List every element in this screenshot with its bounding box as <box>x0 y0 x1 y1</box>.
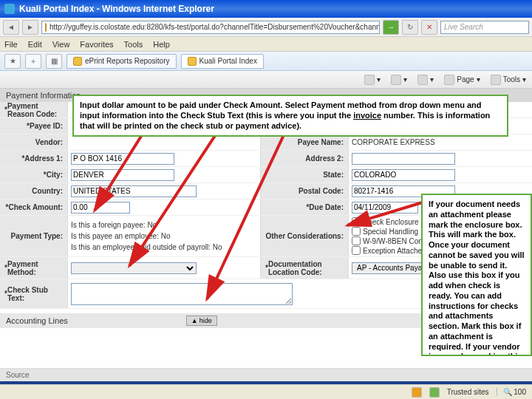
source-label: Source <box>6 371 30 379</box>
forward-button[interactable]: ► <box>22 20 38 35</box>
print-icon <box>417 75 428 85</box>
add-favorite-button[interactable]: ＋ <box>25 54 41 69</box>
city-input[interactable] <box>71 169 174 181</box>
tab-list-button[interactable]: ▦ <box>46 54 62 69</box>
stop-button[interactable]: ✕ <box>421 20 437 35</box>
search-box[interactable]: Live Search <box>440 21 529 34</box>
menu-edit[interactable]: Edit <box>28 40 42 49</box>
label-check-stub: Check Stub Text: <box>0 279 68 308</box>
hide-button[interactable]: ▲ hide <box>186 316 217 326</box>
special-handling-checkbox[interactable] <box>352 227 361 236</box>
source-bar: Source <box>0 368 532 381</box>
label-reason-code: Payment Reason Code: <box>0 102 68 117</box>
tab-icon <box>73 57 82 66</box>
due-date-input[interactable] <box>352 202 418 214</box>
home-icon <box>364 75 375 85</box>
foreign-payee-text: Is this a foreign payee: No <box>71 219 157 231</box>
ie-icon <box>4 4 15 14</box>
section-title: Payment Information <box>6 91 81 100</box>
exception-label: Exception Attached <box>363 247 426 255</box>
label-address2: Address 2: <box>260 151 349 166</box>
tools-menu[interactable]: Tools ▾ <box>491 75 526 85</box>
address1-input[interactable] <box>71 153 174 165</box>
security-icon[interactable] <box>429 387 440 398</box>
label-country: Country: <box>0 183 68 199</box>
home-button[interactable]: ▾ <box>364 75 381 85</box>
tab-bar: ★ ＋ ▦ ePrint Reports Repository Kuali Po… <box>0 52 532 71</box>
tab-eprint[interactable]: ePrint Reports Repository <box>66 54 177 69</box>
label-postal: Postal Code: <box>260 183 349 199</box>
menu-help[interactable]: Help <box>153 40 170 49</box>
annotation-top: Input dollar amount to be paid under Che… <box>72 95 508 137</box>
payment-method-select[interactable] <box>71 262 197 274</box>
label-state: State: <box>260 167 349 183</box>
special-handling-label: Special Handling <box>363 228 418 236</box>
tab-kuali[interactable]: Kuali Portal Index <box>181 54 264 69</box>
address-bar[interactable]: http://yguffey.is.colostate.edu:8280/kfs… <box>41 21 380 34</box>
annotation-right: If your document needs an attachment ple… <box>421 194 532 356</box>
check-amount-input[interactable] <box>71 202 130 214</box>
status-bar: Trusted sites 🔍 100 <box>0 384 532 399</box>
page-icon <box>444 75 454 85</box>
window-title: Kuali Portal Index - Windows Internet Ex… <box>19 4 214 14</box>
employee-payee-text: Is this payee an employee: No <box>71 231 171 242</box>
label-vendor: Vendor: <box>0 134 68 150</box>
page-icon <box>45 23 47 32</box>
refresh-button[interactable]: ↻ <box>402 20 418 35</box>
outside-payroll-text: Is this an employee paid outside of payr… <box>71 242 222 253</box>
zoom-control[interactable]: 🔍 100 <box>497 388 526 396</box>
accounting-title: Accounting Lines <box>6 316 68 325</box>
label-doc-location: Documentation Location Code: <box>260 257 349 279</box>
zone-label: Trusted sites <box>447 388 489 396</box>
country-input[interactable] <box>71 185 197 197</box>
check-enclosure-checkbox[interactable] <box>352 217 361 226</box>
tools-icon <box>491 75 501 85</box>
tab-label: Kuali Portal Index <box>200 57 257 65</box>
menu-favorites[interactable]: Favorites <box>80 40 113 49</box>
url-text: http://yguffey.is.colostate.edu:8280/kfs… <box>50 23 380 31</box>
command-bar: ▾ ▾ ▾ Page ▾ Tools ▾ <box>0 71 532 89</box>
label-check-amount: Check Amount: <box>0 200 68 215</box>
nav-toolbar: ◄ ► http://yguffey.is.colostate.edu:8280… <box>0 18 532 37</box>
tab-icon <box>188 57 197 66</box>
menu-file[interactable]: File <box>4 40 18 49</box>
label-address1: Address 1: <box>0 151 68 166</box>
popup-blocked-icon[interactable] <box>412 387 422 398</box>
payee-name-value: CORPORATE EXPRESS <box>352 137 435 148</box>
menu-view[interactable]: View <box>52 40 70 49</box>
label-due-date: Due Date: <box>260 200 349 215</box>
favorites-center-button[interactable]: ★ <box>4 54 21 69</box>
feeds-icon <box>391 75 401 85</box>
feeds-button[interactable]: ▾ <box>391 75 407 85</box>
menu-bar: File Edit View Favorites Tools Help <box>0 37 532 52</box>
label-payee-id: Payee ID: <box>0 118 68 134</box>
back-button[interactable]: ◄ <box>3 20 19 35</box>
label-other-considerations: Other Considerations: <box>260 216 349 256</box>
w9-checkbox[interactable] <box>352 236 361 245</box>
page-menu[interactable]: Page ▾ <box>444 75 480 85</box>
exception-checkbox[interactable] <box>352 246 361 255</box>
window-titlebar: Kuali Portal Index - Windows Internet Ex… <box>0 0 532 18</box>
search-placeholder: Live Search <box>444 23 483 31</box>
go-button[interactable]: → <box>383 20 399 35</box>
label-payment-method: Payment Method: <box>0 257 68 279</box>
state-input[interactable] <box>352 169 455 181</box>
print-button[interactable]: ▾ <box>417 75 434 85</box>
tab-label: ePrint Reports Repository <box>85 57 170 65</box>
label-city: City: <box>0 167 68 183</box>
check-enclosure-label: Check Enclosure <box>363 218 419 226</box>
check-stub-textarea[interactable] <box>71 283 293 305</box>
address2-input[interactable] <box>352 153 455 165</box>
label-payment-type: Payment Type: <box>0 216 68 256</box>
menu-tools[interactable]: Tools <box>124 40 143 49</box>
